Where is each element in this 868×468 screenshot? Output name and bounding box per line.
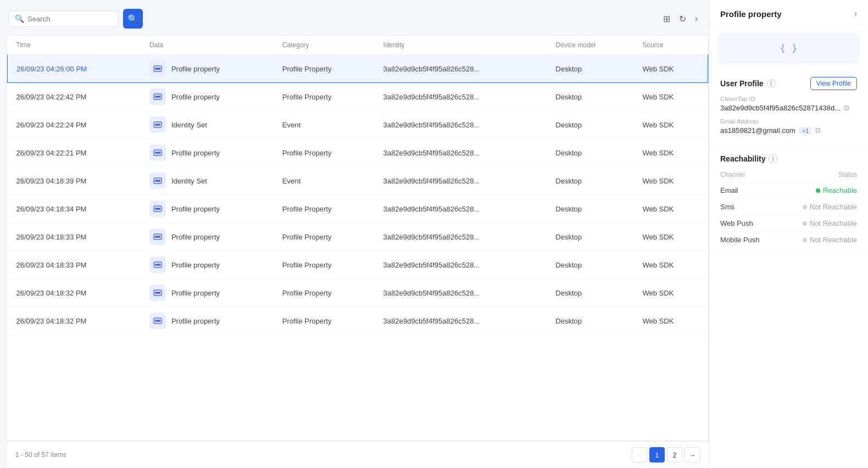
time-cell: 26/09/23 04:18:34 PM (8, 195, 141, 223)
device-cell: Desktop (547, 279, 633, 307)
table-row[interactable]: 26/09/23 04:18:34 PM Profile property Pr… (8, 195, 708, 223)
user-profile-title-row: User Profile i View Profile (720, 77, 857, 90)
device-cell: Desktop (547, 223, 633, 251)
data-name-text: Profile property (171, 261, 220, 269)
category-cell: Profile Property (274, 279, 375, 307)
identity-cell: 3a82e9d9cb5f4f95a826c528... (375, 279, 547, 307)
status-text: Reachable (823, 186, 857, 194)
reachability-row: Email Reachable (720, 182, 857, 198)
next-page-button[interactable]: → (685, 447, 700, 463)
user-profile-section: User Profile i View Profile CleverTap ID… (709, 70, 868, 148)
events-table-container: Time Data Category Identity Device model… (7, 35, 709, 441)
device-cell: Desktop (547, 195, 633, 223)
page-2-button[interactable]: 2 (667, 447, 682, 463)
data-type-icon (149, 172, 166, 189)
channel-name: Email (720, 186, 738, 194)
page-1-button[interactable]: 1 (649, 447, 665, 463)
status-dot-icon (816, 188, 820, 193)
copy-clevertap-id-button[interactable]: ⧉ (844, 103, 849, 113)
view-profile-button[interactable]: View Profile (810, 77, 857, 90)
search-button[interactable]: 🔍 (123, 9, 143, 29)
table-row[interactable]: 26/09/23 04:18:32 PM Profile property Pr… (8, 279, 708, 307)
table-row[interactable]: 26/09/23 04:22:42 PM Profile property Pr… (8, 83, 708, 111)
table-row[interactable]: 26/09/23 04:26:00 PM Profile property Pr… (8, 55, 708, 83)
status-dot-icon (803, 205, 807, 209)
email-value: as1859821@gmail.com (720, 126, 795, 135)
source-cell: Web SDK (634, 223, 708, 251)
reachability-row: Mobile Push Not Reachable (720, 231, 857, 248)
svg-rect-20 (155, 236, 160, 238)
category-cell: Profile Property (274, 223, 375, 251)
code-preview-section: { } (718, 32, 859, 64)
time-cell: 26/09/23 04:18:33 PM (8, 251, 141, 279)
status-text: Not Reachable (810, 236, 857, 244)
data-type-icon (149, 144, 166, 161)
source-cell: Web SDK (634, 307, 708, 335)
time-cell: 26/09/23 04:22:21 PM (8, 139, 141, 167)
identity-cell: 3a82e9d9cb5f4f95a826c528... (375, 223, 547, 251)
status-header: Status (838, 171, 857, 179)
search-input[interactable] (27, 15, 113, 23)
search-wrapper: 🔍 (9, 10, 119, 27)
prev-page-button[interactable]: ← (632, 447, 647, 463)
time-cell: 26/09/23 04:26:00 PM (8, 55, 141, 83)
panel-header: Profile property › (709, 0, 868, 26)
data-type-icon (149, 313, 166, 329)
svg-rect-8 (155, 124, 160, 126)
source-cell: Web SDK (634, 111, 708, 139)
device-cell: Desktop (547, 307, 633, 335)
columns-toggle-button[interactable]: ⊞ (661, 12, 672, 26)
clevertap-id-value: 3a82e9d9cb5f4f95a826c52871438d... (720, 104, 841, 112)
table-row[interactable]: 26/09/23 04:18:33 PM Profile property Pr… (8, 251, 708, 279)
table-row[interactable]: 26/09/23 04:18:32 PM Profile property Pr… (8, 307, 708, 335)
source-cell: Web SDK (634, 139, 708, 167)
toolbar: 🔍 🔍 ⊞ ↻ › (0, 9, 709, 35)
table-row[interactable]: 26/09/23 04:18:39 PM Identity Set Event … (8, 167, 708, 195)
status-dot-icon (803, 221, 807, 226)
email-value-row: as1859821@gmail.com +1 ⧉ (720, 126, 857, 135)
reachability-row: Web Push Not Reachable (720, 215, 857, 231)
panel-title: Profile property (720, 9, 782, 19)
table-row[interactable]: 26/09/23 04:18:33 PM Profile property Pr… (8, 223, 708, 251)
col-time: Time (8, 36, 141, 55)
data-cell: Profile property (141, 139, 274, 167)
data-name-text: Profile property (171, 93, 220, 101)
channel-name: Sms (720, 203, 735, 211)
col-device: Device model (547, 36, 633, 55)
reachability-row: Sms Not Reachable (720, 198, 857, 215)
search-icon: 🔍 (15, 14, 24, 23)
category-cell: Event (274, 167, 375, 195)
data-type-icon (149, 285, 166, 301)
svg-rect-11 (155, 152, 160, 154)
source-cell: Web SDK (634, 167, 708, 195)
channel-status: Reachable (816, 186, 857, 194)
copy-email-button[interactable]: ⧉ (815, 126, 821, 135)
email-block: Email Address as1859821@gmail.com +1 ⧉ (720, 118, 857, 135)
data-type-icon (149, 257, 166, 273)
code-braces-icon: { } (780, 42, 798, 54)
category-cell: Profile Property (274, 307, 375, 335)
svg-rect-5 (155, 96, 160, 98)
device-cell: Desktop (547, 111, 633, 139)
data-name-text: Profile property (171, 317, 220, 325)
data-name-text: Profile property (171, 233, 220, 241)
source-cell: Web SDK (634, 55, 708, 83)
status-text: Not Reachable (810, 219, 857, 227)
panel-expand-button[interactable]: › (854, 9, 857, 19)
data-type-icon (149, 200, 166, 217)
data-name-text: Profile property (171, 289, 220, 297)
identity-cell: 3a82e9d9cb5f4f95a826c528... (375, 167, 547, 195)
time-cell: 26/09/23 04:18:32 PM (8, 279, 141, 307)
search-btn-icon: 🔍 (127, 14, 138, 24)
col-source: Source (634, 36, 708, 55)
source-cell: Web SDK (634, 279, 708, 307)
refresh-button[interactable]: ↻ (677, 12, 688, 26)
expand-panel-button[interactable]: › (693, 12, 700, 26)
table-row[interactable]: 26/09/23 04:22:21 PM Profile property Pr… (8, 139, 708, 167)
email-label: Email Address (720, 118, 857, 125)
table-row[interactable]: 26/09/23 04:22:24 PM Identity Set Event … (8, 111, 708, 139)
category-cell: Event (274, 111, 375, 139)
channel-name: Mobile Push (720, 236, 760, 244)
identity-cell: 3a82e9d9cb5f4f95a826c528... (375, 251, 547, 279)
data-name-text: Profile property (171, 65, 220, 73)
